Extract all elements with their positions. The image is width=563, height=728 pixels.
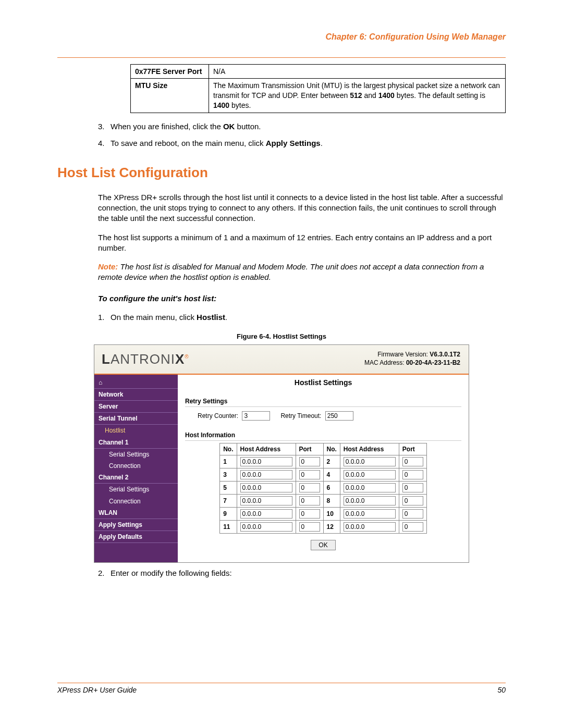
step-num: 1. — [98, 312, 105, 323]
step-item: 1. On the main menu, click Hostlist. — [98, 312, 506, 323]
web-manager-screenshot: LANTRONIX® Firmware Version: V6.3.0.1T2 … — [94, 344, 469, 563]
step-item: 3. When you are finished, click the OK b… — [98, 121, 506, 132]
host-no: 9 — [220, 508, 237, 521]
step-item: 4. To save and reboot, on the main menu,… — [98, 138, 506, 149]
host-no: 7 — [220, 495, 237, 508]
retry-timeout-label: Retry Timeout: — [280, 412, 321, 419]
host-no: 11 — [220, 521, 237, 534]
host-address-input[interactable] — [240, 457, 292, 466]
host-address-input[interactable] — [240, 483, 292, 492]
host-address-input[interactable] — [240, 522, 292, 532]
steps-after: 2. Enter or modify the following fields: — [98, 568, 506, 578]
host-address-input[interactable] — [344, 483, 396, 492]
host-port-input[interactable] — [402, 522, 423, 532]
sidebar-item-server[interactable]: Server — [94, 401, 178, 413]
host-port-input[interactable] — [402, 496, 423, 505]
paragraph: The XPress DR+ scrolls through the host … — [98, 192, 506, 224]
sub-heading: To configure the unit's host list: — [98, 293, 506, 304]
col-port: Port — [296, 443, 323, 455]
col-no: No. — [323, 443, 340, 455]
host-address-input[interactable] — [344, 522, 396, 532]
wm-page-title: Hostlist Settings — [185, 375, 461, 391]
host-address-input[interactable] — [344, 496, 396, 505]
lantronix-logo: LANTRONIX® — [94, 345, 230, 374]
home-icon[interactable]: ⌂ — [94, 377, 178, 389]
page-footer: XPress DR+ User Guide 50 — [57, 683, 506, 695]
host-no: 3 — [220, 468, 237, 482]
sidebar-item-apply-settings[interactable]: Apply Settings — [94, 519, 178, 531]
host-address-input[interactable] — [344, 509, 396, 519]
ok-button[interactable]: OK — [311, 540, 335, 550]
note-label: Note: — [98, 262, 118, 271]
host-info-heading: Host Information — [185, 428, 461, 441]
sidebar-item-serial-settings[interactable]: Serial Settings — [94, 449, 178, 460]
sidebar-item-serial-settings[interactable]: Serial Settings — [94, 484, 178, 495]
sidebar-item-wlan[interactable]: WLAN — [94, 507, 178, 519]
sidebar-item-serial-tunnel[interactable]: Serial Tunnel — [94, 413, 178, 425]
col-addr: Host Address — [237, 443, 296, 455]
host-no: 5 — [220, 482, 237, 495]
host-no: 4 — [323, 468, 340, 482]
footer-left: XPress DR+ User Guide — [57, 685, 137, 695]
host-no: 8 — [323, 495, 340, 508]
retry-settings-heading: Retry Settings — [185, 394, 461, 407]
param-label: MTU Size — [131, 79, 209, 113]
host-no: 2 — [323, 455, 340, 468]
retry-row: Retry Counter: Retry Timeout: — [185, 407, 461, 425]
step-num: 2. — [98, 568, 105, 578]
paragraph: The host list supports a minimum of 1 an… — [98, 232, 506, 254]
param-value: N/A — [209, 64, 506, 79]
sidebar-item-hostlist[interactable]: Hostlist — [94, 425, 178, 436]
host-port-input[interactable] — [299, 470, 320, 479]
wm-header: LANTRONIX® Firmware Version: V6.3.0.1T2 … — [94, 345, 469, 375]
step-num: 3. — [98, 121, 105, 132]
header-rule — [57, 57, 506, 58]
host-address-input[interactable] — [344, 470, 396, 479]
host-address-input[interactable] — [240, 509, 292, 519]
params-table: 0x77FE Server Port N/A MTU Size The Maxi… — [130, 64, 506, 114]
sidebar-item-network[interactable]: Network — [94, 389, 178, 401]
param-label: 0x77FE Server Port — [131, 64, 209, 79]
host-port-input[interactable] — [299, 522, 320, 532]
wm-main: Hostlist Settings Retry Settings Retry C… — [178, 375, 469, 562]
steps-mid: 1. On the main menu, click Hostlist. — [98, 312, 506, 323]
param-value: The Maximum Transmission Unit (MTU) is t… — [209, 79, 506, 113]
sidebar-item-channel-2[interactable]: Channel 2 — [94, 472, 178, 484]
sidebar-item-channel-1[interactable]: Channel 1 — [94, 437, 178, 449]
host-no: 12 — [323, 521, 340, 534]
host-port-input[interactable] — [402, 483, 423, 492]
host-port-input[interactable] — [402, 457, 423, 466]
wm-header-info: Firmware Version: V6.3.0.1T2 MAC Address… — [230, 345, 469, 374]
retry-timeout-input[interactable] — [325, 411, 353, 421]
step-item: 2. Enter or modify the following fields: — [98, 568, 506, 578]
col-no: No. — [220, 443, 237, 455]
step-num: 4. — [98, 138, 105, 149]
host-port-input[interactable] — [299, 496, 320, 505]
host-no: 10 — [323, 508, 340, 521]
sidebar-item-connection[interactable]: Connection — [94, 460, 178, 472]
host-address-input[interactable] — [240, 496, 292, 505]
host-port-input[interactable] — [402, 509, 423, 519]
sidebar-item-connection[interactable]: Connection — [94, 496, 178, 507]
figure-caption: Figure 6-4. Hostlist Settings — [57, 332, 506, 341]
note-paragraph: Note: The host list is disabled for Manu… — [98, 262, 506, 283]
retry-counter-input[interactable] — [242, 411, 270, 421]
host-port-input[interactable] — [299, 483, 320, 492]
host-port-input[interactable] — [299, 509, 320, 519]
host-port-input[interactable] — [299, 457, 320, 466]
host-no: 1 — [220, 455, 237, 468]
col-addr: Host Address — [340, 443, 399, 455]
retry-counter-label: Retry Counter: — [198, 412, 238, 419]
hosts-table: No. Host Address Port No. Host Address P… — [219, 443, 427, 534]
steps-top: 3. When you are finished, click the OK b… — [98, 121, 506, 149]
section-heading: Host List Configuration — [57, 164, 506, 182]
host-port-input[interactable] — [402, 470, 423, 479]
footer-right: 50 — [497, 685, 506, 695]
host-address-input[interactable] — [240, 470, 292, 479]
host-no: 6 — [323, 482, 340, 495]
chapter-header: Chapter 6: Configuration Using Web Manag… — [57, 31, 506, 43]
wm-sidebar: ⌂ NetworkServerSerial TunnelHostlistChan… — [94, 375, 178, 562]
col-port: Port — [399, 443, 426, 455]
sidebar-item-apply-defaults[interactable]: Apply Defaults — [94, 531, 178, 543]
host-address-input[interactable] — [344, 457, 396, 466]
